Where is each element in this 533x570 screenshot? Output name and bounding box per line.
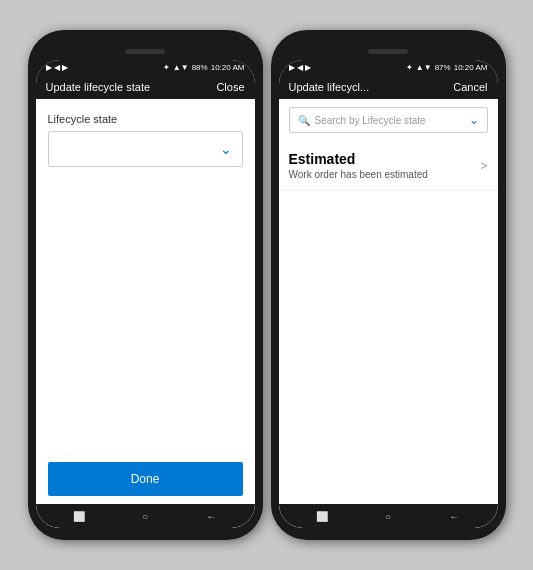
status-bar-right: ▶ ◀ ▶ ✦ ▲▼ 87% 10:20 AM	[279, 60, 498, 75]
header-title-left: Update lifecycle state	[46, 81, 151, 93]
screen-content-left: Lifecycle state ⌄	[36, 99, 255, 454]
status-icons-left: ▶ ◀ ▶	[46, 63, 68, 72]
done-button-area: Done	[36, 454, 255, 504]
bluetooth-icon-right: ✦	[406, 63, 413, 72]
chevron-down-icon-right: ⌄	[469, 113, 479, 127]
phone-left: ▶ ◀ ▶ ✦ ▲▼ 88% 10:20 AM Update lifecycle…	[28, 30, 263, 540]
content-spacer-right	[279, 191, 498, 504]
network-icons-left: ▶ ◀ ▶	[46, 63, 68, 72]
app-header-left: Update lifecycle state Close	[36, 75, 255, 99]
recent-apps-icon-left[interactable]: ⬜	[69, 509, 89, 523]
speaker-right	[368, 49, 408, 54]
status-right-left: ✦ ▲▼ 88% 10:20 AM	[163, 63, 245, 72]
home-icon-right[interactable]: ○	[378, 509, 398, 523]
list-item-estimated[interactable]: Estimated Work order has been estimated …	[279, 141, 498, 191]
signal-icon-right: ▲▼	[416, 63, 432, 72]
search-input[interactable]: Search by Lifecycle state	[315, 115, 464, 126]
close-button-left[interactable]: Close	[216, 81, 244, 93]
time-right: 10:20 AM	[454, 63, 488, 72]
phone-right: ▶ ◀ ▶ ✦ ▲▼ 87% 10:20 AM Update lifecycl.…	[271, 30, 506, 540]
status-bar-left: ▶ ◀ ▶ ✦ ▲▼ 88% 10:20 AM	[36, 60, 255, 75]
time-left: 10:20 AM	[211, 63, 245, 72]
network-icons-right: ▶ ◀ ▶	[289, 63, 311, 72]
list-item-content-estimated: Estimated Work order has been estimated	[289, 151, 428, 180]
phones-container: ▶ ◀ ▶ ✦ ▲▼ 88% 10:20 AM Update lifecycle…	[28, 30, 506, 540]
bottom-nav-right: ⬜ ○ ←	[279, 504, 498, 528]
phone-top-bar-left	[36, 42, 255, 60]
back-icon-left[interactable]: ←	[201, 509, 221, 523]
status-icons-right: ▶ ◀ ▶	[289, 63, 311, 72]
chevron-down-icon-left: ⌄	[220, 141, 232, 157]
home-icon-left[interactable]: ○	[135, 509, 155, 523]
lifecycle-search-bar[interactable]: 🔍 Search by Lifecycle state ⌄	[289, 107, 488, 133]
battery-right: 87%	[435, 63, 451, 72]
signal-icon-left: ▲▼	[173, 63, 189, 72]
screen-left: ▶ ◀ ▶ ✦ ▲▼ 88% 10:20 AM Update lifecycle…	[36, 60, 255, 528]
app-header-right: Update lifecycl... Cancel	[279, 75, 498, 99]
screen-right: ▶ ◀ ▶ ✦ ▲▼ 87% 10:20 AM Update lifecycl.…	[279, 60, 498, 528]
header-title-right: Update lifecycl...	[289, 81, 370, 93]
status-right-right: ✦ ▲▼ 87% 10:20 AM	[406, 63, 488, 72]
phone-top-bar-right	[279, 42, 498, 60]
back-icon-right[interactable]: ←	[444, 509, 464, 523]
search-icon: 🔍	[298, 115, 310, 126]
lifecycle-dropdown[interactable]: ⌄	[48, 131, 243, 167]
bottom-nav-left: ⬜ ○ ←	[36, 504, 255, 528]
list-item-subtitle-estimated: Work order has been estimated	[289, 169, 428, 180]
battery-left: 88%	[192, 63, 208, 72]
bluetooth-icon-left: ✦	[163, 63, 170, 72]
list-item-title-estimated: Estimated	[289, 151, 428, 167]
done-button[interactable]: Done	[48, 462, 243, 496]
speaker-left	[125, 49, 165, 54]
recent-apps-icon-right[interactable]: ⬜	[312, 509, 332, 523]
chevron-right-icon-estimated: >	[480, 159, 487, 173]
cancel-button-right[interactable]: Cancel	[453, 81, 487, 93]
field-label-left: Lifecycle state	[48, 113, 243, 125]
